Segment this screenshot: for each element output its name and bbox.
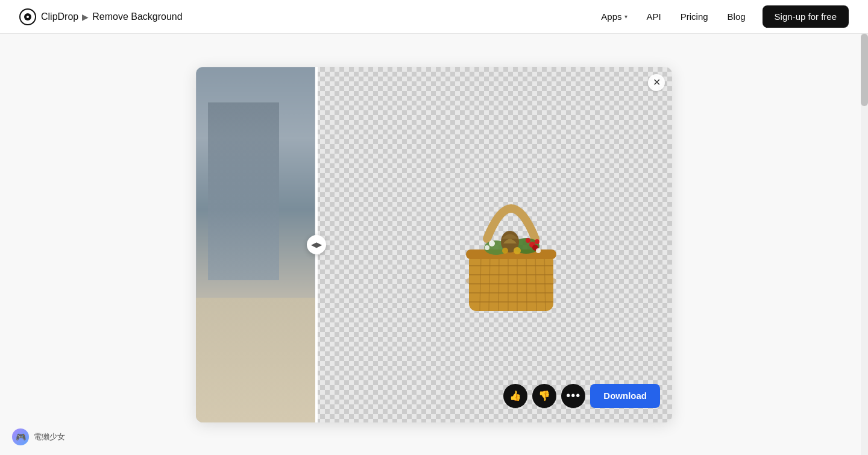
scrollbar-thumb[interactable] bbox=[861, 34, 868, 106]
page-title: Remove Background bbox=[92, 11, 182, 22]
svg-point-26 bbox=[514, 247, 521, 254]
svg-point-27 bbox=[502, 248, 508, 254]
svg-line-15 bbox=[526, 254, 527, 311]
image-area: ◀▶ bbox=[196, 67, 672, 422]
brand-name: ClipDrop bbox=[41, 11, 78, 22]
svg-point-28 bbox=[489, 240, 495, 246]
close-button[interactable]: ✕ bbox=[648, 74, 665, 91]
table-surface bbox=[196, 298, 315, 422]
thumbs-up-icon: 👍 bbox=[509, 390, 521, 401]
apps-chevron-icon: ▾ bbox=[624, 13, 627, 20]
scrollbar[interactable] bbox=[861, 34, 868, 455]
action-bar: 👍 👎 ••• Download bbox=[503, 384, 660, 408]
watermark-username: 電獺少女 bbox=[34, 431, 65, 442]
thumbs-down-icon: 👎 bbox=[538, 390, 550, 401]
nav-item-blog[interactable]: Blog bbox=[720, 7, 753, 27]
svg-point-2 bbox=[27, 16, 29, 18]
svg-point-23 bbox=[535, 239, 539, 244]
nav-item-apps[interactable]: Apps ▾ bbox=[594, 7, 634, 27]
header-title: ClipDrop ▶ Remove Background bbox=[41, 11, 183, 22]
basket-svg bbox=[439, 142, 583, 347]
slider-arrows-icon: ◀▶ bbox=[311, 240, 322, 249]
clipdrop-logo-icon bbox=[19, 8, 36, 25]
blog-label: Blog bbox=[728, 11, 746, 22]
editor-container: ✕ ◀▶ bbox=[196, 67, 672, 422]
basket-illustration bbox=[421, 130, 602, 359]
header-nav: Apps ▾ API Pricing Blog Sign-up for free bbox=[594, 5, 849, 28]
original-image-side bbox=[196, 67, 315, 422]
thumbs-down-button[interactable]: 👎 bbox=[532, 384, 556, 408]
nav-item-api[interactable]: API bbox=[640, 7, 668, 27]
main-content: ✕ ◀▶ bbox=[0, 34, 868, 455]
watermark-avatar: 🎮 bbox=[12, 428, 29, 445]
header-separator-arrow: ▶ bbox=[82, 12, 89, 22]
svg-point-29 bbox=[485, 245, 489, 250]
api-label: API bbox=[647, 11, 661, 22]
svg-point-25 bbox=[526, 238, 530, 243]
header: ClipDrop ▶ Remove Background Apps ▾ API … bbox=[0, 0, 868, 34]
more-options-button[interactable]: ••• bbox=[561, 384, 585, 408]
processed-image-side bbox=[315, 67, 673, 422]
watermark: 🎮 電獺少女 bbox=[12, 428, 65, 445]
building-overlay bbox=[208, 102, 280, 280]
download-button[interactable]: Download bbox=[590, 384, 660, 408]
slider-handle[interactable]: ◀▶ bbox=[315, 67, 318, 422]
more-options-icon: ••• bbox=[566, 389, 580, 403]
signup-button[interactable]: Sign-up for free bbox=[763, 5, 849, 28]
header-left: ClipDrop ▶ Remove Background bbox=[19, 8, 183, 25]
svg-line-12 bbox=[498, 254, 499, 311]
nav-item-pricing[interactable]: Pricing bbox=[673, 7, 715, 27]
apps-label: Apps bbox=[601, 11, 621, 22]
avatar-emoji: 🎮 bbox=[16, 432, 26, 442]
svg-point-30 bbox=[536, 248, 541, 253]
slider-circle[interactable]: ◀▶ bbox=[307, 235, 326, 254]
pricing-label: Pricing bbox=[681, 11, 708, 22]
thumbs-up-button[interactable]: 👍 bbox=[503, 384, 527, 408]
